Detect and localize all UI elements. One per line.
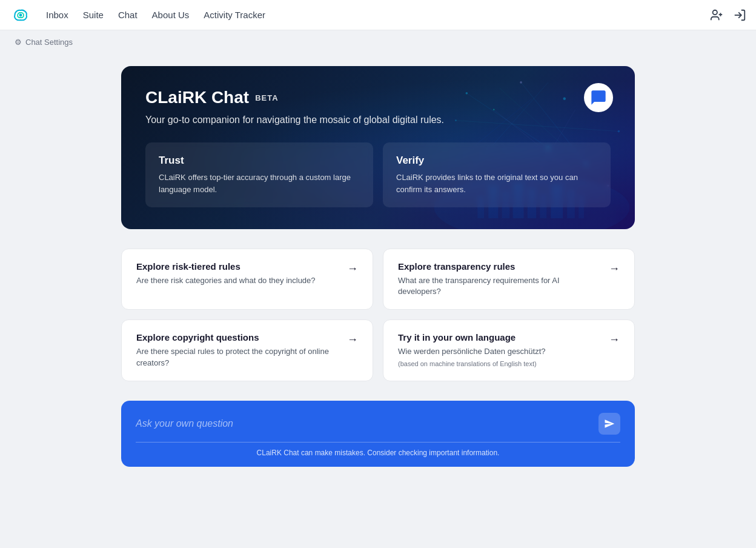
svg-point-1 — [713, 10, 717, 14]
svg-point-16 — [520, 81, 522, 84]
suggestion-transparency[interactable]: Explore transparency rules What are the … — [383, 249, 635, 310]
suggestion-text: Try it in your own language Wie werden p… — [398, 332, 602, 367]
arrow-icon: → — [347, 333, 358, 346]
trust-desc: CLaiRK offers top-tier accuracy through … — [159, 172, 360, 195]
suggestion-desc: Wie werden persönliche Daten geschützt? — [398, 346, 602, 357]
arrow-icon: → — [347, 262, 358, 275]
chat-input-row — [136, 413, 620, 443]
hero-content: CLaiRK Chat BETA Your go-to companion fo… — [145, 88, 611, 207]
hero-beta-badge: BETA — [255, 93, 279, 102]
suggestion-own-language[interactable]: Try it in your own language Wie werden p… — [383, 319, 635, 381]
trust-card: Trust CLaiRK offers top-tier accuracy th… — [145, 142, 373, 207]
send-button[interactable] — [598, 413, 620, 435]
nav-links: Inbox Suite Chat About Us Activity Track… — [46, 7, 695, 22]
logo — [10, 4, 31, 26]
suggestion-text: Explore transparency rules What are the … — [398, 261, 602, 297]
add-user-button[interactable] — [710, 8, 723, 22]
hero-subtitle: Your go-to companion for navigating the … — [145, 115, 611, 125]
hero-feature-cards: Trust CLaiRK offers top-tier accuracy th… — [145, 142, 611, 207]
suggestion-title: Explore transparency rules — [398, 261, 602, 272]
suggestion-desc: What are the transparency requirements f… — [398, 275, 602, 297]
suggestion-desc: Are there risk categories and what do th… — [136, 275, 340, 286]
breadcrumb: ⚙ Chat Settings — [0, 30, 756, 54]
hero-card: CLaiRK Chat BETA Your go-to companion fo… — [121, 66, 635, 229]
hero-chat-icon — [584, 83, 613, 112]
verify-title: Verify — [396, 155, 597, 167]
arrow-icon: → — [609, 333, 620, 346]
nav-inbox[interactable]: Inbox — [46, 7, 68, 22]
nav-suite[interactable]: Suite — [83, 7, 104, 22]
suggestion-desc: Are there special rules to protect the c… — [136, 346, 340, 368]
login-button[interactable] — [733, 8, 746, 22]
hero-title-main: CLaiRK Chat — [145, 88, 249, 107]
chat-input-container: CLaiRK Chat can make mistakes. Consider … — [121, 401, 635, 467]
verify-card: Verify CLaiRK provides links to the orig… — [383, 142, 611, 207]
svg-point-0 — [19, 13, 22, 16]
nav-activity-tracker[interactable]: Activity Tracker — [204, 7, 265, 22]
verify-desc: CLaiRK provides links to the original te… — [396, 172, 597, 195]
hero-title: CLaiRK Chat BETA — [145, 88, 611, 107]
nav-actions — [710, 8, 746, 22]
suggestion-title: Explore risk-tiered rules — [136, 261, 340, 272]
suggestion-text: Explore risk-tiered rules Are there risk… — [136, 261, 340, 286]
svg-point-19 — [617, 130, 620, 133]
suggestion-text: Explore copyright questions Are there sp… — [136, 332, 340, 368]
chat-question-input[interactable] — [136, 418, 591, 429]
suggestion-risk-tiered[interactable]: Explore risk-tiered rules Are there risk… — [121, 249, 373, 310]
main-content: CLaiRK Chat BETA Your go-to companion fo… — [0, 54, 756, 491]
settings-icon: ⚙ — [15, 38, 22, 47]
suggestion-copyright[interactable]: Explore copyright questions Are there sp… — [121, 319, 373, 381]
suggestion-title: Try it in your own language — [398, 332, 602, 343]
trust-title: Trust — [159, 155, 360, 167]
breadcrumb-label: Chat Settings — [25, 38, 73, 47]
arrow-icon: → — [609, 262, 620, 275]
chat-disclaimer: CLaiRK Chat can make mistakes. Consider … — [136, 449, 620, 457]
nav-about-us[interactable]: About Us — [152, 7, 190, 22]
suggestion-sub: (based on machine translations of Englis… — [398, 360, 602, 367]
suggestions-grid: Explore risk-tiered rules Are there risk… — [121, 249, 635, 381]
nav-chat[interactable]: Chat — [118, 7, 138, 22]
navbar: Inbox Suite Chat About Us Activity Track… — [0, 0, 756, 30]
suggestion-title: Explore copyright questions — [136, 332, 340, 343]
